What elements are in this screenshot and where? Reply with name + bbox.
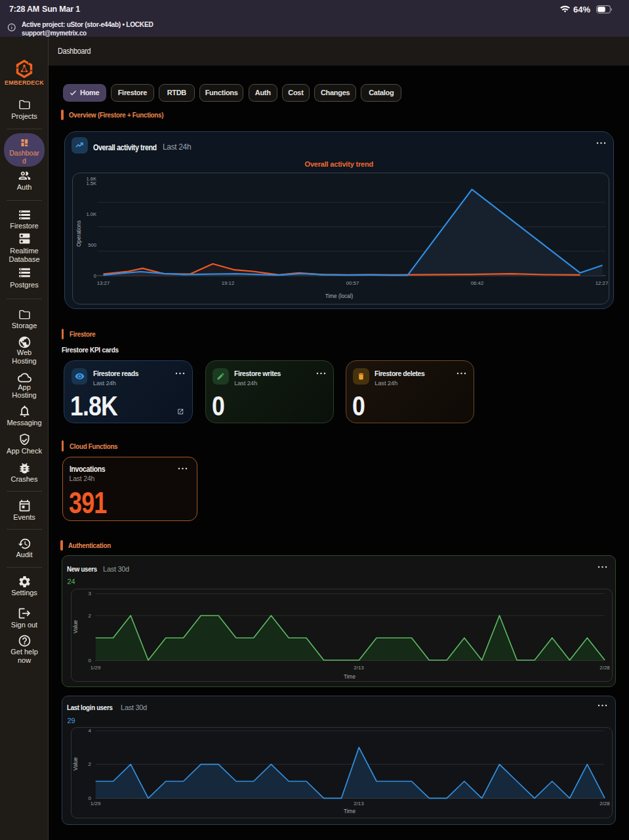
svg-text:Value: Value [73, 757, 79, 770]
svg-text:3: 3 [88, 591, 91, 597]
svg-text:0: 0 [94, 272, 96, 278]
svg-text:Time: Time [344, 674, 355, 680]
svg-text:2/28: 2/28 [599, 801, 610, 807]
svg-text:00:57: 00:57 [346, 280, 359, 285]
svg-text:2: 2 [88, 761, 91, 767]
svg-text:4: 4 [88, 728, 91, 734]
svg-text:Time (local): Time (local) [325, 293, 354, 299]
svg-text:2: 2 [88, 613, 91, 619]
svg-text:2/13: 2/13 [354, 801, 364, 807]
svg-text:1.0K: 1.0K [86, 211, 96, 217]
svg-text:500: 500 [88, 242, 96, 247]
svg-text:1/29: 1/29 [91, 801, 101, 807]
svg-text:Operations: Operations [76, 220, 82, 247]
svg-text:0: 0 [88, 658, 91, 663]
svg-text:1/29: 1/29 [91, 665, 101, 671]
svg-text:1.5K: 1.5K [86, 180, 96, 186]
svg-text:19:12: 19:12 [222, 280, 235, 285]
svg-text:2/28: 2/28 [599, 665, 610, 671]
svg-text:12:27: 12:27 [596, 280, 609, 285]
svg-text:2/13: 2/13 [354, 665, 364, 671]
svg-text:06:42: 06:42 [471, 280, 484, 285]
svg-text:Time: Time [344, 808, 355, 814]
svg-text:Value: Value [73, 620, 79, 633]
svg-text:13:27: 13:27 [97, 280, 110, 285]
